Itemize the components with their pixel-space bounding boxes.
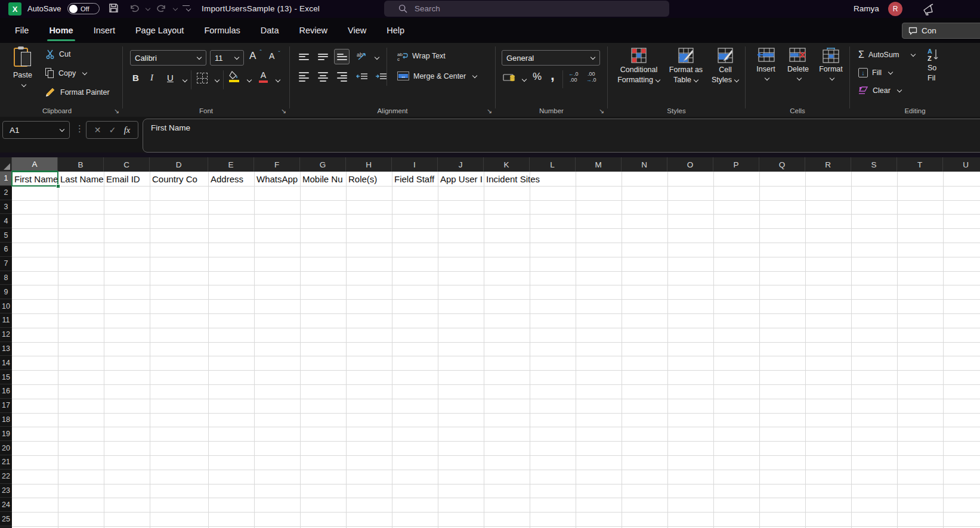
accounting-format-button[interactable] xyxy=(503,73,516,82)
merge-center-dropdown-icon[interactable] xyxy=(472,73,477,77)
borders-dropdown-icon[interactable] xyxy=(215,77,220,82)
cell-G1[interactable]: Mobile Nu xyxy=(300,172,346,186)
orientation-button[interactable]: ab xyxy=(357,51,367,61)
row-header-10[interactable]: 10 xyxy=(0,299,12,313)
cell-F1[interactable]: WhatsApp xyxy=(254,172,300,186)
column-header-C[interactable]: C xyxy=(104,157,150,172)
row-header-18[interactable]: 18 xyxy=(0,413,12,427)
accounting-dropdown-icon[interactable] xyxy=(522,77,527,82)
italic-button[interactable]: I xyxy=(150,73,153,83)
cell-I1[interactable]: Field Staff xyxy=(392,172,438,186)
comma-style-button[interactable]: , xyxy=(551,67,555,83)
row-header-21[interactable]: 21 xyxy=(0,455,12,470)
merge-center-button[interactable]: ↔ Merge & Center xyxy=(397,72,477,80)
orientation-dropdown-icon[interactable] xyxy=(375,55,379,60)
decrease-indent-button[interactable] xyxy=(354,69,370,85)
fill-button[interactable]: ↓ Fill xyxy=(858,68,893,77)
row-header-12[interactable]: 12 xyxy=(0,328,12,342)
autosum-button[interactable]: Σ AutoSum xyxy=(858,49,916,60)
fill-handle[interactable] xyxy=(56,184,60,188)
fill-dropdown-icon[interactable] xyxy=(888,70,893,74)
tab-formulas[interactable]: Formulas xyxy=(194,18,250,43)
row-header-1[interactable]: 1 xyxy=(0,172,12,186)
column-header-H[interactable]: H xyxy=(346,157,392,172)
row-header-5[interactable]: 5 xyxy=(0,228,12,243)
insert-cells-button[interactable]: Insert xyxy=(752,48,780,81)
row-header-9[interactable]: 9 xyxy=(0,285,12,299)
format-painter-button[interactable]: Format Painter xyxy=(45,87,110,97)
bold-button[interactable]: B xyxy=(132,73,139,83)
align-left-button[interactable] xyxy=(296,69,311,85)
megaphone-icon[interactable] xyxy=(922,2,936,15)
row-header-3[interactable]: 3 xyxy=(0,200,12,215)
row-header-13[interactable]: 13 xyxy=(0,342,12,356)
row-header-15[interactable]: 15 xyxy=(0,370,12,384)
column-header-M[interactable]: M xyxy=(576,157,622,172)
row-header-6[interactable]: 6 xyxy=(0,243,12,257)
copy-dropdown-icon[interactable] xyxy=(82,70,87,74)
copy-button[interactable]: Copy xyxy=(45,68,87,78)
cell-B1[interactable]: Last Name xyxy=(58,172,104,186)
column-header-P[interactable]: P xyxy=(713,157,759,172)
tab-view[interactable]: View xyxy=(338,18,376,43)
cell-K1[interactable]: Incident Sites xyxy=(484,172,530,186)
save-icon[interactable] xyxy=(109,3,119,13)
column-header-B[interactable]: B xyxy=(58,157,104,172)
redo-dropdown-icon[interactable] xyxy=(173,6,178,11)
decrease-decimal-button[interactable]: .00→.0 xyxy=(586,72,596,83)
selected-cell-A1[interactable] xyxy=(11,171,58,187)
column-header-S[interactable]: S xyxy=(851,157,897,172)
format-as-table-dropdown-icon[interactable] xyxy=(694,77,698,82)
paste-button[interactable]: Paste xyxy=(6,46,39,88)
align-right-button[interactable] xyxy=(334,69,350,85)
column-header-T[interactable]: T xyxy=(897,157,943,172)
align-center-button[interactable] xyxy=(315,69,330,85)
row-header-20[interactable]: 20 xyxy=(0,441,12,455)
format-as-table-button[interactable]: Format as Table xyxy=(665,48,707,85)
conditional-formatting-dropdown-icon[interactable] xyxy=(656,77,660,82)
tab-data[interactable]: Data xyxy=(251,18,289,43)
increase-font-size-button[interactable]: Aˆ xyxy=(249,50,262,62)
increase-decimal-button[interactable]: ←.0.00 xyxy=(568,72,579,83)
cell-styles-dropdown-icon[interactable] xyxy=(734,77,739,82)
tab-file[interactable]: File xyxy=(5,18,39,43)
column-header-R[interactable]: R xyxy=(805,157,851,172)
row-header-4[interactable]: 4 xyxy=(0,214,12,228)
borders-button[interactable] xyxy=(197,73,208,83)
grid-canvas[interactable]: First NameLast NameEmail IDCountry CoAdd… xyxy=(12,172,980,528)
column-header-E[interactable]: E xyxy=(208,157,254,172)
tab-page-layout[interactable]: Page Layout xyxy=(125,18,194,43)
enter-icon[interactable]: ✓ xyxy=(109,125,116,135)
cell-styles-button[interactable]: Cell Styles xyxy=(709,48,741,85)
fill-color-dropdown-icon[interactable] xyxy=(247,77,252,82)
cell-H1[interactable]: Role(s) xyxy=(346,172,392,186)
column-header-O[interactable]: O xyxy=(667,157,713,172)
row-header-14[interactable]: 14 xyxy=(0,356,12,370)
excel-logo-icon[interactable]: X xyxy=(8,2,21,15)
font-size-select[interactable]: 11 xyxy=(210,50,244,66)
column-header-N[interactable]: N xyxy=(622,157,667,172)
undo-dropdown-icon[interactable] xyxy=(146,6,150,11)
column-header-K[interactable]: K xyxy=(484,157,530,172)
font-name-select[interactable]: Calibri xyxy=(130,50,206,66)
insert-dropdown-icon[interactable] xyxy=(765,76,769,80)
row-header-22[interactable]: 22 xyxy=(0,470,12,484)
column-header-L[interactable]: L xyxy=(530,157,576,172)
cell-D1[interactable]: Country Co xyxy=(150,172,208,186)
wrap-text-button[interactable]: abc Wrap Text xyxy=(397,51,446,61)
delete-cells-button[interactable]: Delete xyxy=(783,48,814,81)
align-bottom-button[interactable] xyxy=(334,49,350,64)
cell-C1[interactable]: Email ID xyxy=(104,172,150,186)
row-header-2[interactable]: 2 xyxy=(0,186,12,200)
fill-color-button[interactable] xyxy=(229,71,239,82)
cancel-icon[interactable]: ✕ xyxy=(94,125,101,135)
format-dropdown-icon[interactable] xyxy=(830,76,834,80)
insert-function-icon[interactable]: fx xyxy=(124,125,130,135)
cell-J1[interactable]: App User I xyxy=(438,172,484,186)
align-top-button[interactable] xyxy=(296,49,311,64)
decrease-font-size-button[interactable]: Aˇ xyxy=(269,51,281,61)
column-header-J[interactable]: J xyxy=(438,157,484,172)
underline-dropdown-icon[interactable] xyxy=(183,77,187,82)
cut-button[interactable]: Cut xyxy=(45,49,70,59)
underline-button[interactable]: U xyxy=(167,73,174,83)
